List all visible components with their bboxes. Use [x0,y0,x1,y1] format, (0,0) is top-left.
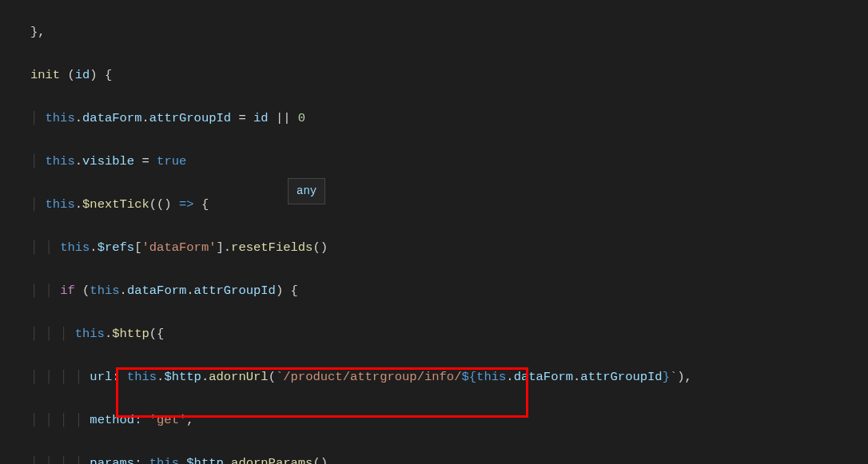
hover-tooltip: any [288,178,325,204]
code-line[interactable]: init (id) { [8,65,868,86]
code-line[interactable]: │ this.dataForm.attrGroupId = id || 0 [8,108,868,129]
code-line[interactable]: │ │ if (this.dataForm.attrGroupId) { [8,280,868,302]
code-line[interactable]: │ │ │ │ url: this.$http.adornUrl(`/produ… [8,367,868,388]
code-editor[interactable]: }, init (id) { │ this.dataForm.attrGroup… [0,0,868,464]
code-line[interactable]: │ │ │ this.$http({ [8,323,868,345]
code-line[interactable]: │ this.visible = true [8,151,868,173]
code-line[interactable]: │ │ this.$refs['dataForm'].resetFields() [8,237,868,259]
code-line[interactable]: }, [8,22,868,43]
code-line[interactable]: │ this.$nextTick(() => { [8,194,868,216]
code-line[interactable]: │ │ │ │ params: this.$http.adornParams() [8,453,868,464]
code-line[interactable]: │ │ │ │ method: 'get', [8,410,868,431]
